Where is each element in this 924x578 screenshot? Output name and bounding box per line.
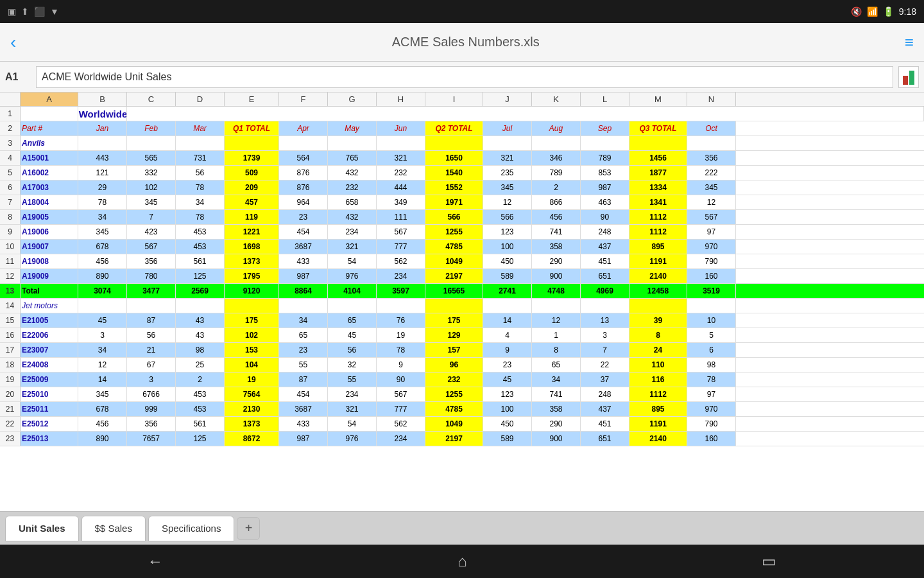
cell-h2[interactable]: Jun (377, 121, 425, 136)
cell-8-5[interactable]: 23 (279, 210, 328, 224)
cell-22-0[interactable]: E25012 (21, 417, 78, 431)
cell-20-9[interactable]: 123 (483, 387, 532, 401)
cell-n3[interactable] (687, 136, 736, 150)
total-cell-0[interactable]: Total (21, 284, 78, 298)
cell-23-7[interactable]: 234 (377, 432, 425, 446)
cell-20-13[interactable]: 97 (687, 387, 736, 401)
cell-19-6[interactable]: 55 (328, 372, 377, 387)
col-header-c[interactable]: C (127, 92, 176, 106)
cell-22-1[interactable]: 456 (78, 417, 127, 431)
cell-22-7[interactable]: 562 (377, 417, 425, 431)
tab-unit-sales[interactable]: Unit Sales (5, 516, 79, 541)
cell-20-8[interactable]: 1255 (425, 387, 483, 401)
cell-12-12[interactable]: 2140 (629, 269, 687, 283)
cell-22-8[interactable]: 1049 (425, 417, 483, 431)
cell-12-0[interactable]: A19009 (21, 269, 78, 283)
cell-22-13[interactable]: 790 (687, 417, 736, 431)
cell-12-2[interactable]: 780 (127, 269, 176, 283)
cell-20-7[interactable]: 567 (377, 387, 425, 401)
cell-10-7[interactable]: 777 (377, 240, 425, 254)
cell-9-1[interactable]: 345 (78, 225, 127, 239)
cell-12-6[interactable]: 976 (328, 269, 377, 283)
total-cell-5[interactable]: 8864 (279, 284, 328, 298)
cell-23-4[interactable]: 8672 (225, 432, 279, 446)
cell-6-6[interactable]: 232 (328, 180, 377, 195)
cell-14-5[interactable] (279, 299, 328, 313)
cell-11-8[interactable]: 1049 (425, 254, 483, 268)
cell-18-8[interactable]: 96 (425, 358, 483, 372)
cell-18-2[interactable]: 67 (127, 358, 176, 372)
cell-9-0[interactable]: A19006 (21, 225, 78, 239)
cell-9-6[interactable]: 234 (328, 225, 377, 239)
cell-15-5[interactable]: 34 (279, 313, 328, 328)
cell-15-9[interactable]: 14 (483, 313, 532, 328)
total-cell-3[interactable]: 2569 (176, 284, 225, 298)
cell-14-11[interactable] (581, 299, 629, 313)
cell-4-12[interactable]: 1456 (629, 151, 687, 165)
cell-14-8[interactable] (425, 299, 483, 313)
cell-k3[interactable] (532, 136, 581, 150)
tab-add-button[interactable]: + (237, 517, 260, 540)
cell-21-12[interactable]: 895 (629, 402, 687, 416)
cell-4-4[interactable]: 1739 (225, 151, 279, 165)
cell-22-3[interactable]: 561 (176, 417, 225, 431)
cell-7-3[interactable]: 34 (176, 195, 225, 209)
cell-15-10[interactable]: 12 (532, 313, 581, 328)
cell-5-9[interactable]: 235 (483, 166, 532, 180)
cell-a2[interactable]: Part # (21, 121, 78, 136)
cell-19-0[interactable]: E25009 (21, 372, 78, 387)
cell-17-6[interactable]: 56 (328, 343, 377, 357)
cell-5-11[interactable]: 853 (581, 166, 629, 180)
cell-b2[interactable]: Jan (78, 121, 127, 136)
cell-21-2[interactable]: 999 (127, 402, 176, 416)
cell-10-3[interactable]: 453 (176, 240, 225, 254)
cell-9-3[interactable]: 453 (176, 225, 225, 239)
cell-c3[interactable] (127, 136, 176, 150)
cell-20-12[interactable]: 1112 (629, 387, 687, 401)
cell-15-7[interactable]: 76 (377, 313, 425, 328)
cell-20-3[interactable]: 453 (176, 387, 225, 401)
cell-20-11[interactable]: 248 (581, 387, 629, 401)
cell-23-3[interactable]: 125 (176, 432, 225, 446)
cell-f2[interactable]: Apr (279, 121, 328, 136)
cell-11-2[interactable]: 356 (127, 254, 176, 268)
cell-20-1[interactable]: 345 (78, 387, 127, 401)
cell-6-1[interactable]: 29 (78, 180, 127, 195)
cell-20-0[interactable]: E25010 (21, 387, 78, 401)
cell-m3[interactable] (629, 136, 687, 150)
cell-18-1[interactable]: 12 (78, 358, 127, 372)
cell-20-10[interactable]: 741 (532, 387, 581, 401)
cell-6-5[interactable]: 876 (279, 180, 328, 195)
cell-14-7[interactable] (377, 299, 425, 313)
cell-7-5[interactable]: 964 (279, 195, 328, 209)
cell-12-7[interactable]: 234 (377, 269, 425, 283)
cell-9-10[interactable]: 741 (532, 225, 581, 239)
cell-15-2[interactable]: 87 (127, 313, 176, 328)
cell-10-8[interactable]: 4785 (425, 240, 483, 254)
recent-nav-icon[interactable]: ▭ (762, 552, 776, 570)
cell-12-11[interactable]: 651 (581, 269, 629, 283)
cell-11-13[interactable]: 790 (687, 254, 736, 268)
cell-9-13[interactable]: 97 (687, 225, 736, 239)
cell-11-10[interactable]: 290 (532, 254, 581, 268)
cell-21-0[interactable]: E25011 (21, 402, 78, 416)
col-header-l[interactable]: L (581, 92, 629, 106)
cell-16-9[interactable]: 4 (483, 328, 532, 342)
cell-g2[interactable]: May (328, 121, 377, 136)
cell-5-1[interactable]: 121 (78, 166, 127, 180)
chart-button[interactable] (898, 66, 919, 88)
cell-16-2[interactable]: 56 (127, 328, 176, 342)
cell-19-4[interactable]: 19 (225, 372, 279, 387)
cell-11-5[interactable]: 433 (279, 254, 328, 268)
cell-11-6[interactable]: 54 (328, 254, 377, 268)
cell-18-4[interactable]: 104 (225, 358, 279, 372)
cell-f3[interactable] (279, 136, 328, 150)
cell-12-1[interactable]: 890 (78, 269, 127, 283)
cell-6-9[interactable]: 345 (483, 180, 532, 195)
cell-10-1[interactable]: 678 (78, 240, 127, 254)
cell-16-4[interactable]: 102 (225, 328, 279, 342)
menu-button[interactable]: ≡ (905, 33, 914, 51)
cell-19-12[interactable]: 116 (629, 372, 687, 387)
cell-4-5[interactable]: 564 (279, 151, 328, 165)
cell-7-2[interactable]: 345 (127, 195, 176, 209)
